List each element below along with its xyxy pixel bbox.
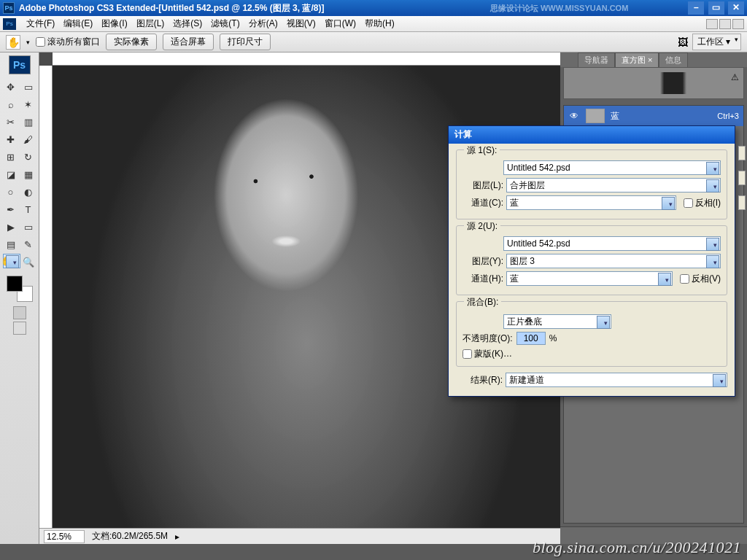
lasso-tool[interactable]: ⌕ — [3, 96, 19, 112]
maximize-button[interactable]: ▭ — [708, 1, 724, 15]
menu-image[interactable]: 图像(I) — [97, 18, 131, 30]
menu-filter[interactable]: 滤镜(T) — [206, 18, 244, 30]
source2-group: 源 2(U): Untitled 542.psd 图层(Y): 图层 3 通道(… — [456, 225, 727, 295]
notes-tool[interactable]: ▤ — [3, 236, 19, 252]
minimize-button[interactable]: – — [688, 1, 704, 15]
menu-analysis[interactable]: 分析(A) — [244, 18, 282, 30]
opacity-input[interactable] — [516, 332, 546, 345]
screen-mode-button[interactable] — [13, 322, 26, 335]
layer-l-select[interactable]: 合并图层 — [506, 178, 721, 192]
type-tool[interactable]: T — [20, 201, 36, 217]
eraser-tool[interactable]: ◪ — [3, 166, 19, 182]
source2-label: 源 2(U): — [464, 220, 500, 233]
dialog-preview-checkbox[interactable] — [738, 195, 746, 210]
invert-i-checkbox[interactable]: 反相(I) — [684, 197, 721, 209]
doc-close-button[interactable] — [732, 19, 744, 29]
scroll-all-checkbox[interactable]: 滚动所有窗口 — [36, 36, 100, 48]
history-brush-tool[interactable]: ↻ — [20, 149, 36, 165]
document-title: [Untitled 542.psd @ 12.5% (图层 3, 蓝/8)] — [158, 2, 324, 15]
menu-help[interactable]: 帮助(H) — [360, 18, 399, 30]
print-size-button[interactable]: 打印尺寸 — [220, 34, 271, 50]
pen-tool[interactable]: ✒ — [3, 201, 19, 217]
doc-minimize-button[interactable] — [706, 19, 718, 29]
hand-tool-preset[interactable]: ✋ — [6, 35, 20, 50]
ps-badge-icon: Ps — [9, 55, 31, 74]
menu-layer[interactable]: 图层(L) — [132, 18, 169, 30]
healing-tool[interactable]: ✚ — [3, 131, 19, 147]
warning-icon[interactable]: ⚠ — [731, 72, 739, 82]
status-arrow-icon[interactable]: ▸ — [175, 532, 179, 542]
layer-y-select[interactable]: 图层 3 — [506, 254, 721, 268]
histogram-graph — [588, 72, 719, 94]
go-to-bridge-icon[interactable]: 🖼 — [678, 36, 688, 48]
fit-screen-button[interactable]: 适合屏幕 — [163, 34, 214, 50]
dodge-tool[interactable]: ◐ — [20, 184, 36, 200]
stamp-tool[interactable]: ⊞ — [3, 149, 19, 165]
app-icon: Ps — [3, 2, 15, 14]
eyedropper-tool[interactable]: ✎ — [20, 236, 36, 252]
move-tool[interactable]: ✥ — [3, 79, 19, 95]
tab-histogram[interactable]: 直方图 × — [615, 52, 659, 67]
visibility-icon[interactable]: 👁 — [568, 111, 580, 121]
menu-edit[interactable]: 编辑(E) — [59, 18, 97, 30]
menu-file[interactable]: 文件(F) — [22, 18, 59, 30]
tab-navigator[interactable]: 导航器 — [578, 52, 615, 67]
mask-checkbox[interactable]: 蒙版(K)… — [462, 348, 721, 360]
window-controls: – ▭ ✕ — [686, 1, 744, 15]
actual-pixels-button[interactable]: 实际像素 — [106, 34, 157, 50]
blending-group: 混合(B): 正片叠底 不透明度(O): % 蒙版(K)… — [456, 301, 727, 367]
tab-info[interactable]: 信息 — [659, 52, 688, 67]
workspace-dropdown[interactable]: 工作区 ▾ — [692, 34, 741, 50]
invert-v-checkbox[interactable]: 反相(V) — [680, 273, 721, 285]
brush-tool[interactable]: 🖌 — [20, 131, 36, 147]
ruler-vertical — [39, 66, 53, 528]
channel-row-blue[interactable]: 👁 蓝 Ctrl+3 — [564, 106, 743, 126]
doc-restore-button[interactable] — [719, 19, 731, 29]
result-select[interactable]: 新建通道 — [506, 373, 727, 387]
dialog-title[interactable]: 计算 — [449, 126, 735, 144]
layer-l-label: 图层(L): — [462, 179, 503, 192]
channel-shortcut: Ctrl+3 — [717, 112, 739, 120]
zoom-field[interactable]: 12.5% — [44, 530, 85, 543]
gradient-tool[interactable]: ▦ — [20, 166, 36, 182]
slice-tool[interactable]: ▥ — [20, 114, 36, 130]
channel-name: 蓝 — [611, 110, 619, 122]
result-label: 结果(R): — [456, 374, 503, 386]
channel-h-label: 通道(H): — [462, 273, 503, 285]
ruler-horizontal — [53, 52, 560, 66]
hand-tool[interactable]: ✋ — [3, 254, 20, 268]
title-bar: Ps Adobe Photoshop CS3 Extended - [Untit… — [0, 0, 747, 16]
path-select-tool[interactable]: ▶ — [3, 219, 19, 235]
menu-window[interactable]: 窗口(W) — [320, 18, 360, 30]
menu-view[interactable]: 视图(V) — [282, 18, 320, 30]
zoom-tool[interactable]: 🔍 — [20, 254, 36, 270]
marquee-tool[interactable]: ▭ — [20, 79, 36, 95]
dialog-cancel-button[interactable] — [738, 171, 746, 185]
dialog-ok-button[interactable] — [738, 146, 746, 160]
quick-mask-button[interactable] — [13, 306, 26, 319]
blur-tool[interactable]: ○ — [3, 184, 19, 200]
blog-watermark: blog.sina.com.cn/u/200241021 — [533, 538, 741, 557]
source2-select[interactable]: Untitled 542.psd — [503, 236, 721, 251]
menu-select[interactable]: 选择(S) — [169, 18, 206, 30]
close-button[interactable]: ✕ — [728, 1, 744, 15]
app-title: Adobe Photoshop CS3 Extended — [19, 3, 155, 13]
channel-h-select[interactable]: 蓝 — [506, 271, 673, 286]
forum-watermark: 思缘设计论坛 WWW.MISSYUAN.COM — [490, 3, 628, 14]
doc-info: 文档:60.2M/265.5M — [92, 530, 168, 542]
color-swatches[interactable] — [7, 276, 33, 302]
channel-thumb — [586, 109, 605, 123]
ps-mini-icon[interactable]: Ps — [3, 18, 16, 30]
histogram-panel: ⚠ — [563, 67, 744, 99]
nav-panel-tabs: 导航器 直方图 × 信息 — [560, 52, 747, 67]
crop-tool[interactable]: ✂ — [3, 114, 19, 130]
source1-select[interactable]: Untitled 542.psd — [503, 160, 721, 175]
blend-label: 混合(B): — [464, 296, 501, 308]
source1-group: 源 1(S): Untitled 542.psd 图层(L): 合并图层 通道(… — [456, 149, 727, 219]
status-bar: 12.5% 文档:60.2M/265.5M ▸ — [39, 528, 560, 544]
blend-select[interactable]: 正片叠底 — [503, 314, 611, 329]
quick-select-tool[interactable]: ✶ — [20, 96, 36, 112]
shape-tool[interactable]: ▭ — [20, 219, 36, 235]
toolbox: Ps ✥▭ ⌕✶ ✂▥ ✚🖌 ⊞↻ ◪▦ ○◐ ✒T ▶▭ ▤✎ ✋🔍 — [0, 52, 39, 544]
channel-c-select[interactable]: 蓝 — [506, 195, 676, 210]
